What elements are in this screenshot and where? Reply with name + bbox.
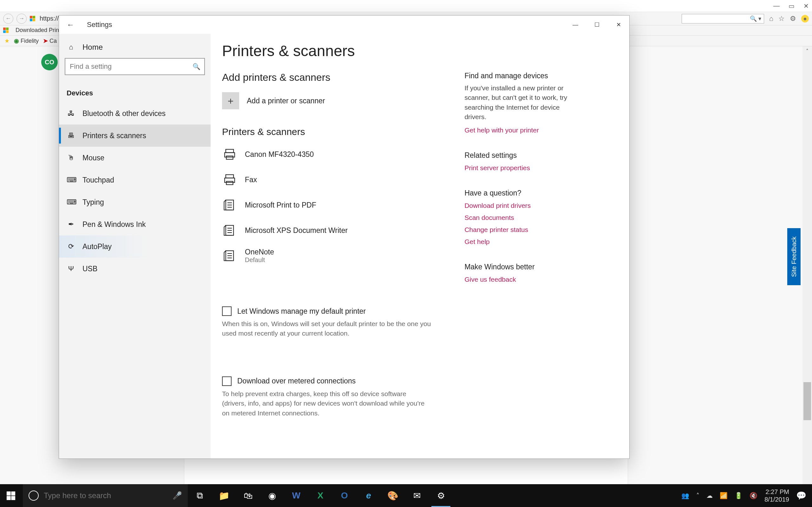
settings-back-button[interactable]: ← [65, 19, 76, 31]
browser-settings-icon[interactable]: ⚙ [790, 14, 796, 23]
taskbar-app[interactable]: ✉ [405, 484, 429, 507]
avatar[interactable]: CO [41, 54, 58, 70]
help-text: To help prevent extra charges, keep this… [222, 389, 432, 418]
settings-max-button[interactable]: ☐ [586, 18, 608, 32]
sidebar-home[interactable]: ⌂ Home [59, 37, 211, 58]
tray-cloud-icon[interactable]: ☁ [706, 492, 713, 499]
sidebar-item-usb[interactable]: Ψ USB [59, 258, 211, 280]
bluetooth-icon: 🖧 [67, 109, 75, 118]
browser-back-button[interactable]: ← [3, 14, 13, 24]
sidebar-item-bluetooth[interactable]: 🖧 Bluetooth & other devices [59, 102, 211, 124]
sidebar-item-label: Touchpad [83, 176, 114, 184]
tray-people-icon[interactable]: 👥 [681, 492, 689, 499]
sidebar-item-label: AutoPlay [83, 242, 112, 251]
sidebar-item-pen[interactable]: ✒ Pen & Windows Ink [59, 213, 211, 235]
browser-home-icon[interactable]: ⌂ [769, 14, 773, 23]
add-printer-button[interactable]: ＋ Add a printer or scanner [222, 89, 445, 112]
link-download-drivers[interactable]: Download print drivers [464, 202, 613, 210]
sidebar-item-label: Typing [83, 198, 104, 207]
home-icon: ⌂ [67, 43, 75, 51]
printer-item[interactable]: Microsoft Print to PDF [222, 192, 445, 218]
sidebar-item-label: Mouse [83, 154, 104, 162]
settings-search-input[interactable] [65, 58, 205, 75]
taskbar-app[interactable]: ◉ [260, 484, 284, 507]
browser-favorites-icon[interactable]: ☆ [778, 14, 785, 23]
sidebar-item-mouse[interactable]: 🖱 Mouse [59, 147, 211, 169]
printer-item[interactable]: Microsoft XPS Document Writer [222, 218, 445, 243]
windows-taskbar: 🎤 ⧉ 📁 🛍 ◉ W X O e 🎨 ✉ ⚙ 👥 ˄ ☁ 📶 🔋 🔇 2:27… [0, 484, 812, 507]
link-give-feedback[interactable]: Give us feedback [464, 276, 613, 283]
windows-logo-icon [3, 27, 9, 33]
browser-tab-label[interactable]: Downloaded Printe [15, 27, 64, 34]
sidebar-item-autoplay[interactable]: ⟳ AutoPlay [59, 235, 211, 258]
taskbar-search-input[interactable] [44, 491, 167, 500]
browser-feedback-icon[interactable]: ☻ [801, 15, 809, 22]
settings-min-button[interactable]: — [565, 18, 586, 32]
browser-min-button[interactable]: — [773, 2, 780, 9]
browser-search-box[interactable]: 🔍 ▾ [681, 14, 764, 23]
side-header: Make Windows better [464, 263, 613, 271]
sidebar-item-label: Pen & Windows Ink [83, 220, 146, 229]
svg-rect-5 [226, 181, 233, 185]
browser-close-button[interactable]: ✕ [803, 2, 809, 10]
browser-max-button[interactable]: ▭ [789, 2, 795, 10]
task-view-button[interactable]: ⧉ [188, 484, 212, 507]
side-header: Have a question? [464, 189, 613, 198]
printer-name: Fax [245, 176, 257, 184]
cortana-icon [29, 491, 39, 501]
settings-close-button[interactable]: ✕ [608, 18, 629, 32]
svg-rect-0 [226, 149, 234, 153]
taskbar-app-store[interactable]: 🛍 [236, 484, 260, 507]
taskbar-app-word[interactable]: W [284, 484, 308, 507]
link-get-help-printer[interactable]: Get help with your printer [464, 126, 613, 134]
bookmark-ca[interactable]: ➤ Ca [43, 38, 57, 44]
search-icon: 🔍 [193, 63, 200, 70]
sidebar-item-label: USB [83, 265, 97, 273]
search-dropdown-icon: 🔍 ▾ [750, 15, 761, 22]
tray-volume-icon[interactable]: 🔇 [750, 492, 757, 499]
taskbar-app-settings[interactable]: ⚙ [429, 484, 453, 507]
printer-item[interactable]: Canon MF4320-4350 [222, 142, 445, 167]
side-paragraph: If you've installed a new printer or sca… [464, 83, 572, 122]
tray-battery-icon[interactable]: 🔋 [734, 492, 743, 499]
taskbar-clock[interactable]: 2:27 PM 8/1/2019 [764, 488, 789, 503]
scroll-thumb[interactable] [803, 382, 811, 420]
browser-forward-button[interactable]: → [16, 14, 27, 24]
bookmark-fidelity[interactable]: ◉ Fidelity [14, 38, 39, 44]
tray-overflow-icon[interactable]: ˄ [696, 492, 699, 499]
printer-icon [222, 172, 237, 187]
scroll-up-icon[interactable]: ˄ [803, 46, 812, 56]
taskbar-app-excel[interactable]: X [308, 484, 333, 507]
sidebar-item-typing[interactable]: ⌨ Typing [59, 191, 211, 213]
help-text: When this is on, Windows will set your d… [222, 319, 432, 338]
action-center-icon[interactable]: 💬 [796, 491, 806, 501]
link-get-help[interactable]: Get help [464, 238, 613, 245]
tray-wifi-icon[interactable]: 📶 [720, 492, 728, 499]
sidebar-item-touchpad[interactable]: ⌨ Touchpad [59, 169, 211, 191]
taskbar-app-paint[interactable]: 🎨 [380, 484, 405, 507]
link-scan-documents[interactable]: Scan documents [464, 214, 613, 222]
printer-item[interactable]: OneNote Default [222, 243, 445, 268]
section-header-add: Add printers & scanners [222, 72, 445, 83]
taskbar-app-ie[interactable]: e [357, 484, 380, 507]
browser-scrollbar[interactable]: ˄ ˅ [803, 46, 812, 491]
microphone-icon[interactable]: 🎤 [172, 491, 182, 500]
checkbox-default-printer[interactable] [222, 306, 232, 316]
sidebar-item-printers[interactable]: 🖶 Printers & scanners [59, 124, 211, 147]
favorites-star-icon[interactable]: ★ [4, 38, 9, 44]
link-change-printer-status[interactable]: Change printer status [464, 226, 613, 233]
clock-date: 8/1/2019 [764, 496, 789, 503]
link-print-server-properties[interactable]: Print server properties [464, 164, 613, 172]
printer-item[interactable]: Fax [222, 167, 445, 192]
add-printer-label: Add a printer or scanner [247, 97, 325, 105]
checkbox-metered[interactable] [222, 377, 232, 386]
taskbar-search[interactable]: 🎤 [23, 484, 188, 507]
plus-icon: ＋ [222, 92, 239, 109]
site-feedback-tab[interactable]: Site Feedback [787, 228, 801, 285]
taskbar-app-outlook[interactable]: O [333, 484, 357, 507]
checkbox-label: Let Windows manage my default printer [237, 307, 366, 316]
section-header-list: Printers & scanners [222, 126, 445, 137]
printer-icon [222, 147, 237, 162]
taskbar-app-explorer[interactable]: 📁 [212, 484, 236, 507]
start-button[interactable] [0, 484, 23, 507]
